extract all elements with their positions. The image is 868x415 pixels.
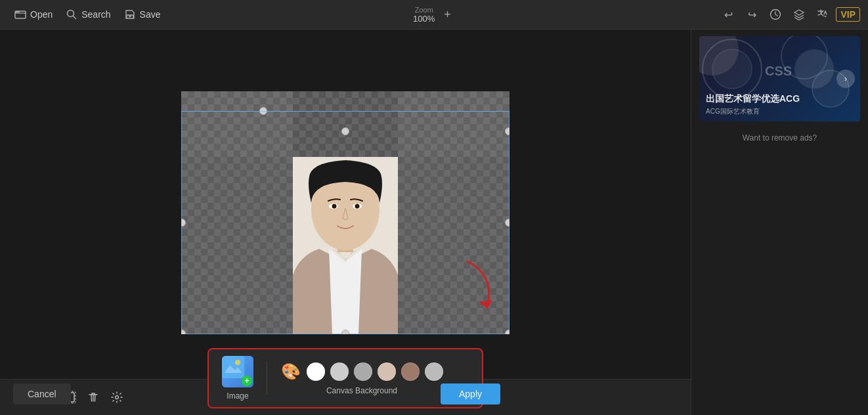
top-toolbar: Open Search Save Zoom 100% + [0, 0, 868, 30]
search-button[interactable]: Search [59, 6, 117, 23]
svg-point-14 [355, 204, 360, 208]
main-area: + Image 🎨 Canvas Backg [0, 30, 868, 415]
swatch-white[interactable] [307, 362, 325, 381]
redo-button[interactable]: ↪ [741, 4, 762, 25]
history-button[interactable] [765, 4, 786, 25]
image-icon-box: + [222, 356, 253, 387]
search-icon [66, 9, 77, 20]
svg-point-20 [116, 396, 119, 399]
image-container [181, 91, 510, 334]
ad-next-button[interactable]: › [836, 70, 855, 88]
search-label: Search [81, 9, 110, 20]
image-display [181, 91, 510, 334]
svg-text:出国艺术留学优选ACG: 出国艺术留学优选ACG [706, 93, 800, 104]
svg-point-13 [332, 204, 337, 208]
zoom-plus-button[interactable]: + [440, 7, 455, 23]
palette-icon[interactable]: 🎨 [280, 361, 301, 382]
svg-line-3 [74, 16, 76, 19]
canvas-background-section: 🎨 Canvas Background [280, 361, 443, 395]
color-swatches: 🎨 [280, 361, 443, 382]
canvas-area: + Image 🎨 Canvas Backg [0, 30, 691, 415]
svg-point-25 [712, 49, 752, 89]
open-button[interactable]: Open [8, 6, 59, 23]
swatch-tan[interactable] [401, 362, 420, 381]
save-label: Save [140, 9, 161, 20]
palette-emoji: 🎨 [281, 362, 301, 381]
settings-button[interactable] [105, 385, 129, 409]
open-icon [14, 9, 26, 20]
swatch-beige[interactable] [378, 362, 396, 381]
delete-button[interactable] [81, 385, 105, 409]
remove-ads-text: Want to remove ads? [743, 129, 817, 146]
swatch-gray[interactable] [425, 362, 443, 381]
svg-point-22 [235, 360, 240, 365]
right-panel: 广告 ✕ 出国艺术留学优选ACG ACG国际艺术教育 [691, 30, 868, 415]
image-icon-svg [222, 356, 244, 378]
layers-button[interactable] [789, 4, 810, 25]
translate-button[interactable] [812, 4, 833, 25]
save-button[interactable]: Save [118, 6, 167, 23]
ad-image: 出国艺术留学优选ACG ACG国际艺术教育 CSS › [699, 36, 860, 121]
save-icon [124, 9, 136, 20]
zoom-control: Zoom 100% + [413, 6, 455, 24]
divider [267, 362, 267, 395]
svg-text:CSS: CSS [765, 64, 792, 78]
image-option-icon: + [222, 356, 253, 387]
toolbar-right-actions: ↩ ↪ VIP [718, 4, 860, 25]
zoom-title: Zoom [413, 6, 435, 14]
canvas-bg-label: Canvas Background [326, 386, 397, 395]
image-option-label: Image [227, 391, 248, 401]
image-plus-icon: + [242, 376, 252, 386]
svg-text:ACG国际艺术教育: ACG国际艺术教育 [706, 108, 760, 115]
open-label: Open [30, 9, 53, 20]
image-option[interactable]: + Image [222, 356, 253, 401]
svg-rect-21 [222, 356, 244, 378]
vip-badge[interactable]: VIP [836, 7, 860, 22]
svg-rect-7 [181, 91, 510, 157]
apply-button[interactable]: Apply [441, 383, 500, 404]
person-image [181, 91, 510, 334]
swatch-medium-gray[interactable] [354, 362, 372, 381]
undo-button[interactable]: ↩ [718, 4, 739, 25]
swatch-light-gray[interactable] [330, 362, 349, 381]
cancel-button[interactable]: Cancel [13, 383, 71, 404]
zoom-plus-label: + [444, 8, 451, 22]
ad-container: 广告 ✕ 出国艺术留学优选ACG ACG国际艺术教育 [699, 36, 860, 121]
zoom-value: 100% [413, 14, 435, 24]
zoom-display: Zoom 100% [413, 6, 435, 24]
